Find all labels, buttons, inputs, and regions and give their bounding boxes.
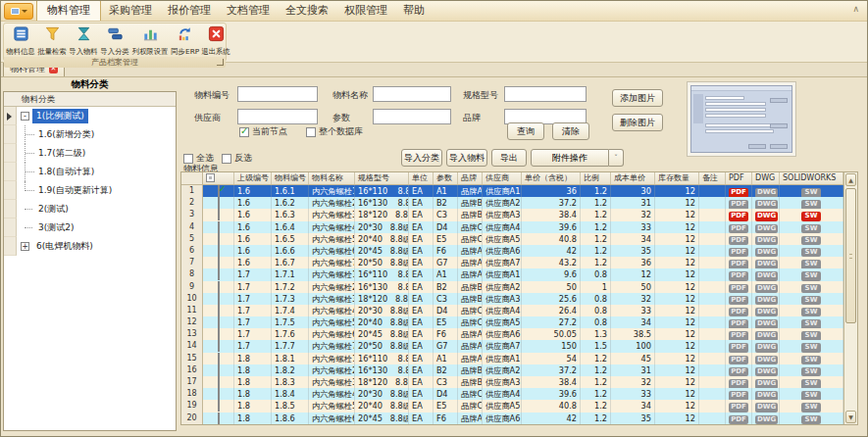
sw-badge[interactable]: SW — [801, 391, 821, 400]
column-header-品牌[interactable]: 品牌 — [458, 172, 483, 184]
search-input-规格型号[interactable] — [504, 86, 587, 102]
table-row[interactable]: 161.81.8.2内六角螺栓216*130 8.8级EAB2品牌B供应商A23… — [181, 364, 843, 376]
pdf-badge[interactable]: PDF — [729, 248, 748, 257]
sidebar-item-1(比例测试)[interactable]: -1(比例测试) — [4, 107, 176, 125]
pdf-badge[interactable]: PDF — [729, 367, 748, 376]
table-row[interactable]: 191.81.8.5内六角螺栓520*40 8.8级EAE5品牌C供应商A540… — [181, 400, 843, 412]
expand-node-icon[interactable]: + — [21, 242, 29, 251]
table-row[interactable]: 41.61.6.4内六角螺栓420*30 8.8级EAD4品牌C供应商A439.… — [181, 221, 843, 233]
cell-chk[interactable] — [203, 268, 234, 280]
query-button[interactable]: 查询 — [507, 122, 544, 140]
checkbox-current-node[interactable]: 当前节点 — [239, 125, 287, 138]
row-checkbox[interactable] — [218, 197, 220, 209]
sidebar-item-1.7(第二级)[interactable]: 1.7(第二级) — [4, 144, 176, 163]
table-row[interactable]: 71.61.6.7内六角螺栓720*50 8.8级EAG7品牌A供应商A743.… — [181, 257, 843, 268]
column-header-单价（含税）[interactable]: 单价（含税） — [522, 172, 581, 184]
column-header-规格型号[interactable]: 规格型号 — [355, 172, 409, 184]
cell-chk[interactable] — [203, 233, 234, 245]
checkbox-whole-database[interactable]: 整个数据库 — [306, 125, 363, 138]
sw-badge[interactable]: SW — [801, 319, 821, 328]
sw-badge[interactable]: SW — [801, 296, 821, 305]
sidebar-item-6(电焊机物料)[interactable]: +6(电焊机物料) — [4, 237, 176, 256]
row-checkbox[interactable] — [218, 281, 220, 293]
row-checkbox[interactable] — [218, 364, 220, 376]
cell-chk[interactable] — [203, 328, 234, 340]
table-row[interactable]: 101.71.7.3内六角螺栓318*120 8.8级EAC3品牌B供应商A32… — [181, 293, 843, 305]
pdf-badge[interactable]: PDF — [729, 415, 748, 424]
dwg-badge[interactable]: DWG — [755, 284, 778, 293]
sw-badge[interactable]: SW — [801, 284, 821, 293]
search-input-物料名称[interactable] — [373, 86, 451, 102]
dwg-badge[interactable]: DWG — [755, 367, 778, 376]
sw-badge[interactable]: SW — [801, 415, 821, 424]
sw-badge[interactable]: SW — [801, 403, 821, 412]
sw-badge[interactable]: SW — [801, 224, 821, 233]
row-checkbox[interactable] — [218, 413, 220, 424]
attachment-operations-button[interactable]: 附件操作 — [531, 149, 609, 167]
menu-tab-帮助[interactable]: 帮助 — [395, 0, 433, 21]
row-checkbox[interactable] — [218, 400, 220, 412]
table-row[interactable]: 121.71.7.5内六角螺栓520*40 8.8级EAE5品牌C供应商A527… — [181, 316, 843, 328]
row-checkbox[interactable] — [218, 353, 220, 364]
table-row[interactable]: 201.81.8.6内六角螺栓620*45 8.8级EAF6品牌A供应商A642… — [181, 413, 843, 424]
table-row[interactable]: 151.81.8.1内六角螺栓116*110 8.8级EAA1品牌A供应商A15… — [181, 353, 843, 364]
ribbon-button-同步ERP[interactable]: 同步ERP — [170, 24, 200, 57]
cell-chk[interactable] — [203, 364, 234, 376]
column-header-物料编号[interactable]: 物料编号 — [272, 172, 309, 184]
pdf-badge[interactable]: PDF — [729, 236, 748, 245]
sidebar-item-1.6(新增分类)[interactable]: 1.6(新增分类) — [4, 125, 176, 144]
dwg-badge[interactable]: DWG — [755, 391, 778, 400]
pdf-badge[interactable]: PDF — [729, 308, 748, 316]
clear-button[interactable]: 清除 — [552, 122, 589, 140]
row-checkbox[interactable] — [218, 221, 220, 233]
dwg-badge[interactable]: DWG — [755, 403, 778, 412]
row-checkbox[interactable] — [218, 376, 220, 388]
column-header-上级编号[interactable]: 上级编号 — [234, 172, 272, 184]
cell-chk[interactable] — [203, 293, 234, 305]
dwg-badge[interactable]: DWG — [755, 200, 778, 209]
header-checkbox-icon[interactable] — [206, 173, 215, 182]
column-header-PDF[interactable]: PDF — [726, 172, 752, 184]
scrollbar-thumb[interactable] — [845, 188, 856, 323]
row-checkbox[interactable] — [218, 316, 220, 328]
pdf-badge[interactable]: PDF — [729, 379, 748, 388]
sw-badge[interactable]: SW — [801, 236, 821, 245]
ribbon-button-列权限设置[interactable]: 列权限设置 — [130, 24, 170, 57]
dwg-badge[interactable]: DWG — [755, 379, 778, 388]
row-checkbox[interactable] — [218, 209, 220, 220]
table-row[interactable]: 171.81.8.3内六角螺栓318*120 8.8级EAC3品牌B供应商A33… — [181, 376, 843, 388]
sidebar-item-2(测试)[interactable]: 2(测试) — [4, 200, 176, 218]
column-header-rownum[interactable] — [181, 172, 203, 184]
column-header-check[interactable] — [203, 172, 234, 184]
sw-badge[interactable]: SW — [801, 356, 821, 364]
column-header-物料名称[interactable]: 物料名称 — [309, 172, 355, 184]
cell-chk[interactable] — [203, 340, 234, 352]
ribbon-button-导入物料[interactable]: 导入物料 — [68, 24, 99, 57]
cell-chk[interactable] — [203, 245, 234, 257]
dwg-badge[interactable]: DWG — [755, 248, 778, 257]
dwg-badge[interactable]: DWG — [755, 415, 778, 424]
row-checkbox[interactable] — [218, 388, 220, 400]
sw-badge[interactable]: SW — [801, 248, 821, 257]
pdf-badge[interactable]: PDF — [729, 403, 748, 412]
sw-badge[interactable]: SW — [801, 331, 821, 340]
attachment-preview-image[interactable] — [687, 81, 796, 157]
menu-tab-采购管理[interactable]: 采购管理 — [101, 0, 160, 21]
table-row[interactable]: 181.81.8.4内六角螺栓420*30 8.8级EAD4品牌C供应商A439… — [181, 388, 843, 400]
table-row[interactable]: 51.61.6.5内六角螺栓520*40 8.8级EAE5品牌C供应商A540.… — [181, 233, 843, 245]
application-menu-button[interactable] — [4, 3, 33, 20]
sw-badge[interactable]: SW — [801, 212, 821, 220]
search-input-供应商[interactable] — [237, 109, 318, 124]
column-header-DWG[interactable]: DWG — [752, 172, 780, 184]
table-row[interactable]: 81.71.7.1内六角螺栓116*110 8.8级EAA1品牌A供应商A19.… — [181, 268, 843, 280]
search-input-参数[interactable] — [373, 109, 451, 124]
pdf-badge[interactable]: PDF — [729, 188, 748, 197]
pdf-badge[interactable]: PDF — [729, 260, 748, 268]
sidebar-item-1.8(自动计算)[interactable]: 1.8(自动计算) — [4, 163, 176, 181]
sw-badge[interactable]: SW — [801, 188, 821, 197]
dwg-badge[interactable]: DWG — [755, 188, 778, 197]
menu-tab-权限管理[interactable]: 权限管理 — [336, 0, 395, 21]
column-header-比例[interactable]: 比例 — [581, 172, 611, 184]
column-header-备注[interactable]: 备注 — [699, 172, 726, 184]
dwg-badge[interactable]: DWG — [755, 319, 778, 328]
